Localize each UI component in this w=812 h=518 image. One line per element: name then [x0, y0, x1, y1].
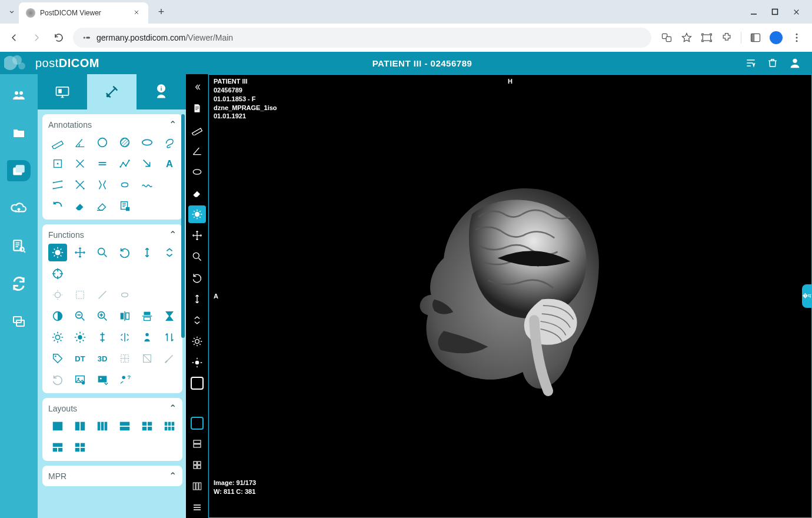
circle-tool[interactable]	[93, 134, 112, 151]
strip-ruler-icon[interactable]	[188, 121, 206, 138]
save-image-tool[interactable]	[93, 371, 112, 388]
invert-tool[interactable]	[48, 307, 67, 325]
layout-2-over-1x2[interactable]	[71, 439, 89, 456]
tools-tab-info[interactable]: i	[137, 74, 186, 109]
strip-layout-1x2[interactable]	[191, 397, 204, 410]
threed-tool[interactable]: 3D	[93, 350, 112, 367]
gear-auto-tool[interactable]	[71, 328, 89, 346]
rail-upload[interactable]	[7, 198, 31, 219]
erase-all-tool[interactable]	[93, 197, 112, 215]
tools-tab-tools[interactable]	[87, 74, 137, 109]
extensions-icon[interactable]	[721, 32, 733, 44]
strip-pan-icon[interactable]	[188, 227, 206, 244]
forward-button[interactable]	[28, 29, 45, 46]
parallel-lines-tool[interactable]	[93, 155, 112, 172]
strip-layout-active[interactable]	[191, 417, 204, 430]
browser-tab[interactable]: PostDICOM Viewer	[19, 2, 148, 24]
layout-1-over-2[interactable]	[48, 439, 67, 456]
hourglass-tool[interactable]	[160, 307, 179, 325]
windowlevel-tool[interactable]	[48, 244, 67, 261]
crosshair-tool[interactable]	[48, 265, 67, 283]
layout-1x3[interactable]	[93, 417, 112, 435]
strip-angle-icon[interactable]	[188, 142, 206, 160]
person-tool[interactable]	[138, 328, 157, 346]
eraser-tool[interactable]	[71, 197, 89, 215]
reload-button[interactable]	[51, 29, 67, 46]
trash-icon[interactable]	[767, 57, 778, 69]
rail-images[interactable]	[7, 160, 31, 181]
new-tab-button[interactable]: +	[153, 4, 169, 20]
dt-tool[interactable]: DT	[71, 350, 89, 367]
polyline-tool[interactable]	[115, 155, 134, 172]
rail-folder[interactable]	[7, 122, 31, 144]
strip-document-icon[interactable]	[188, 99, 206, 117]
bidirectional-tool[interactable]	[71, 176, 89, 194]
tab-close-button[interactable]	[133, 9, 141, 17]
window-close-button[interactable]	[793, 8, 800, 16]
site-info-icon[interactable]	[81, 32, 92, 43]
spread-tool[interactable]	[115, 328, 134, 346]
cobb-angle-tool[interactable]	[48, 176, 67, 194]
mpr-header[interactable]: MPR ⌃	[48, 470, 177, 482]
bookmark-star-icon[interactable]	[681, 32, 693, 44]
sidepanel-icon[interactable]	[750, 32, 761, 44]
gear-tool[interactable]	[48, 328, 67, 346]
wave-tool[interactable]	[138, 176, 157, 194]
swap-tool[interactable]	[160, 328, 179, 346]
copy-annotations-tool[interactable]	[115, 197, 134, 215]
rail-sync[interactable]	[7, 273, 31, 294]
rail-search-doc[interactable]	[7, 235, 31, 257]
strip-collapse[interactable]	[188, 78, 206, 96]
layout-1x1[interactable]	[48, 417, 67, 435]
window-minimize-button[interactable]	[750, 8, 757, 15]
dicom-viewport[interactable]: PATIENT III 02456789 01.01.1853 - F dzne…	[208, 74, 812, 518]
export-image-tool[interactable]	[71, 371, 89, 388]
sort-icon[interactable]	[745, 57, 757, 69]
layout-2x1[interactable]	[115, 417, 134, 435]
layout-2x3[interactable]	[160, 417, 179, 435]
text-tool[interactable]: A	[160, 155, 179, 172]
strip-scroll-icon[interactable]	[188, 290, 206, 308]
zoom-in-tool[interactable]	[93, 307, 112, 325]
profile-avatar[interactable]	[770, 31, 783, 44]
rotate-tool[interactable]	[115, 244, 134, 261]
stack-scroll-tool[interactable]	[160, 244, 179, 261]
tab-list-button[interactable]	[5, 5, 19, 19]
strip-gear2-icon[interactable]	[188, 354, 206, 371]
tools-tab-display[interactable]	[38, 74, 87, 109]
tools-scrollbar-thumb[interactable]	[181, 114, 185, 338]
translate-icon[interactable]	[661, 32, 673, 44]
calipers-tool[interactable]	[93, 176, 112, 194]
closed-curve-tool[interactable]	[115, 176, 134, 194]
kebab-menu-icon[interactable]	[791, 32, 803, 44]
layout-1x2[interactable]	[71, 417, 89, 435]
hatched-circle-tool[interactable]	[115, 134, 134, 151]
pan-tool[interactable]	[71, 244, 89, 261]
rail-screens[interactable]	[7, 311, 31, 332]
strip-windowlevel-active[interactable]	[188, 205, 206, 223]
strip-rotate-icon[interactable]	[188, 269, 206, 287]
undo-button[interactable]	[48, 197, 67, 215]
tools-panel-scroll[interactable]: Annotations ⌃	[38, 109, 186, 518]
ruler-tool[interactable]	[48, 134, 67, 151]
annotations-header[interactable]: Annotations ⌃	[48, 119, 177, 130]
freehand-roi-tool[interactable]	[160, 134, 179, 151]
layout-2x2[interactable]	[138, 417, 157, 435]
screenshot-icon[interactable]	[701, 32, 713, 44]
zoom-tool[interactable]	[93, 244, 112, 261]
vertical-slider-tool[interactable]	[93, 328, 112, 346]
anonymize-tool[interactable]: ?	[115, 371, 134, 388]
strip-eraser-icon[interactable]	[188, 184, 206, 202]
reset-disabled-tool[interactable]	[48, 371, 67, 388]
point-tool[interactable]	[48, 155, 67, 172]
strip-layout-grid[interactable]	[188, 456, 206, 474]
back-button[interactable]	[6, 29, 22, 46]
strip-layout-1x1[interactable]	[191, 377, 204, 390]
rail-patients[interactable]	[7, 85, 31, 106]
strip-layout-3cols[interactable]	[188, 477, 206, 495]
layouts-header[interactable]: Layouts ⌃	[48, 403, 177, 414]
window-maximize-button[interactable]	[771, 8, 778, 15]
cross-tool[interactable]	[71, 155, 89, 172]
arrow-tool[interactable]	[138, 155, 157, 172]
strip-gear-icon[interactable]	[188, 333, 206, 350]
